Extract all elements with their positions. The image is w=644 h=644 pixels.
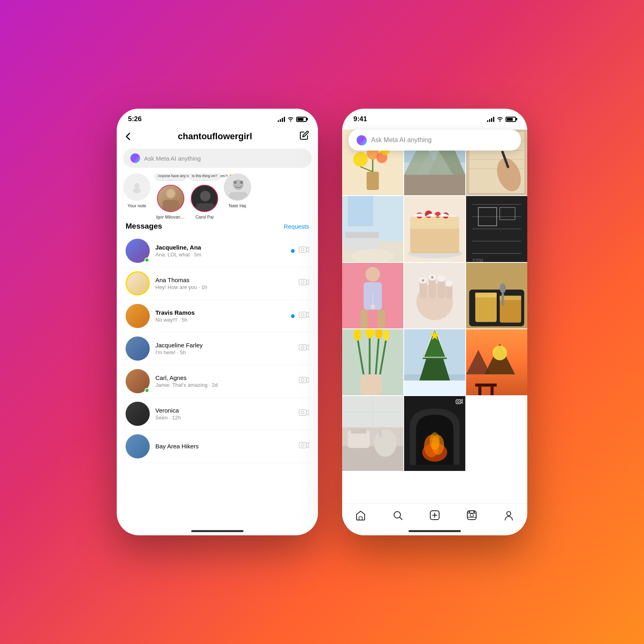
- camera-icon-6[interactable]: [299, 408, 309, 419]
- svg-rect-99: [438, 275, 445, 281]
- home-indicator-left: [191, 530, 244, 532]
- story-name-carol: Carol Pai: [195, 215, 213, 219]
- message-item-6[interactable]: Veronica Seen · 12h: [123, 398, 312, 430]
- nav-profile[interactable]: [503, 510, 514, 524]
- svg-point-85: [365, 267, 380, 281]
- message-list: Jacqueline, Ana Ana: LOL what · 5m: [117, 235, 318, 463]
- camera-icon-5[interactable]: [299, 376, 309, 387]
- svg-rect-87: [361, 310, 368, 328]
- message-avatar-4: [126, 336, 150, 361]
- message-item-4[interactable]: Jacqueline Farley I'm here! · 5h: [123, 332, 312, 365]
- phone-instagram: 9:41: [342, 109, 527, 535]
- story-nate[interactable]: Nate Haj: [224, 173, 251, 219]
- svg-point-162: [473, 511, 475, 513]
- message-item-3[interactable]: Travis Ramos No way!!! · 5h: [123, 300, 312, 332]
- message-actions-6: [299, 408, 309, 419]
- photo-cell-sunset[interactable]: [466, 329, 527, 395]
- status-icons-right: [487, 116, 516, 123]
- photo-cell-room[interactable]: [342, 196, 403, 262]
- message-actions-1: [291, 245, 309, 256]
- svg-point-109: [500, 283, 506, 293]
- svg-rect-112: [361, 374, 382, 395]
- svg-point-29: [301, 444, 304, 447]
- svg-rect-20: [299, 312, 306, 318]
- nav-home[interactable]: [355, 510, 366, 524]
- svg-rect-151: [359, 517, 362, 520]
- requests-link[interactable]: Requests: [284, 223, 309, 230]
- photo-grid-wrapper: 2200: [342, 130, 527, 503]
- svg-point-21: [301, 314, 304, 316]
- svg-point-9: [200, 191, 211, 201]
- svg-rect-133: [478, 387, 481, 395]
- phones-container: 5:26: [117, 109, 527, 535]
- meta-ai-search-right[interactable]: Ask Meta AI anything: [349, 130, 521, 151]
- svg-rect-88: [378, 310, 385, 328]
- meta-ai-search-left[interactable]: Ask Meta AI anything: [123, 149, 312, 168]
- message-item-5[interactable]: Carl, Agnes Jamie: That's amazing · 2d: [123, 365, 312, 398]
- meta-ai-icon-right: [357, 135, 366, 145]
- message-actions-7: [299, 441, 309, 452]
- svg-rect-138: [351, 428, 367, 433]
- svg-rect-100: [446, 281, 452, 287]
- svg-rect-140: [379, 429, 382, 437]
- message-content-4: Jacqueline Farley I'm here! · 5h: [155, 342, 293, 355]
- svg-point-161: [469, 511, 470, 513]
- nav-create[interactable]: [429, 510, 440, 524]
- message-name-2: Ana Thomas: [155, 277, 293, 283]
- battery-icon-right: [506, 117, 516, 122]
- camera-icon-1[interactable]: [299, 245, 309, 256]
- message-preview-2: Hey! How are you · 1h: [155, 284, 293, 290]
- photo-cell-fireplace[interactable]: [404, 396, 465, 471]
- camera-icon-2[interactable]: [299, 278, 309, 289]
- message-item-7[interactable]: Bay Area Hikers: [123, 430, 312, 463]
- photo-cell-food[interactable]: [466, 263, 527, 328]
- message-item-2[interactable]: Ana Thomas Hey! How are you · 1h: [123, 267, 312, 300]
- photo-cell-kitchen[interactable]: [342, 396, 403, 471]
- svg-rect-35: [367, 171, 379, 190]
- story-your-note[interactable]: Your note: [123, 173, 151, 219]
- message-preview-5: Jamie: That's amazing · 2d: [155, 382, 293, 388]
- nav-reels[interactable]: [466, 510, 477, 524]
- wifi-icon-right: [497, 116, 503, 123]
- compose-icon[interactable]: [299, 130, 309, 142]
- status-bar-right: 9:41: [342, 109, 527, 126]
- back-button[interactable]: [126, 132, 130, 140]
- photo-cell-drawing[interactable]: 2200: [466, 196, 527, 262]
- message-name-5: Carl, Agnes: [155, 374, 293, 381]
- status-time-right: 9:41: [353, 115, 367, 123]
- photo-cell-tulips[interactable]: [342, 329, 403, 395]
- svg-rect-144: [456, 400, 461, 404]
- message-name-4: Jacqueline Farley: [155, 342, 293, 349]
- svg-rect-123: [404, 381, 465, 395]
- story-name-your-note: Your note: [128, 203, 147, 208]
- messages-section-header: Messages Requests: [117, 219, 318, 235]
- camera-icon-7[interactable]: [299, 441, 309, 452]
- photo-cell-cake[interactable]: [404, 196, 465, 262]
- message-actions-2: [299, 278, 309, 289]
- message-content-2: Ana Thomas Hey! How are you · 1h: [155, 277, 293, 290]
- story-note-igor: Anyone have any leads for two BM tickets…: [155, 173, 187, 181]
- message-name-3: Travis Ramos: [155, 309, 285, 316]
- svg-rect-107: [475, 293, 497, 297]
- nav-search[interactable]: [392, 510, 403, 524]
- svg-rect-26: [299, 410, 306, 415]
- svg-rect-64: [345, 232, 379, 238]
- online-indicator-5: [144, 388, 149, 393]
- story-igor[interactable]: Anyone have any leads for two BM tickets…: [156, 185, 185, 219]
- svg-point-32: [359, 138, 365, 143]
- photo-cell-nails[interactable]: [404, 263, 465, 328]
- camera-icon-3[interactable]: [299, 310, 309, 322]
- photo-cell-pink-fashion[interactable]: [342, 263, 403, 328]
- svg-point-72: [435, 212, 441, 218]
- svg-point-150: [430, 432, 440, 450]
- signal-icon-left: [278, 116, 285, 122]
- svg-rect-110: [502, 293, 504, 305]
- svg-point-90: [370, 304, 375, 309]
- message-item-1[interactable]: Jacqueline, Ana Ana: LOL what · 5m: [123, 235, 312, 267]
- photo-cell-xmas[interactable]: [404, 329, 465, 395]
- status-icons-left: [278, 116, 307, 123]
- message-preview-3: No way!!! · 5h: [155, 317, 285, 323]
- camera-icon-4[interactable]: [299, 343, 309, 354]
- story-carol[interactable]: Is this thing on? Carol Pai: [191, 185, 218, 219]
- svg-point-17: [301, 248, 304, 251]
